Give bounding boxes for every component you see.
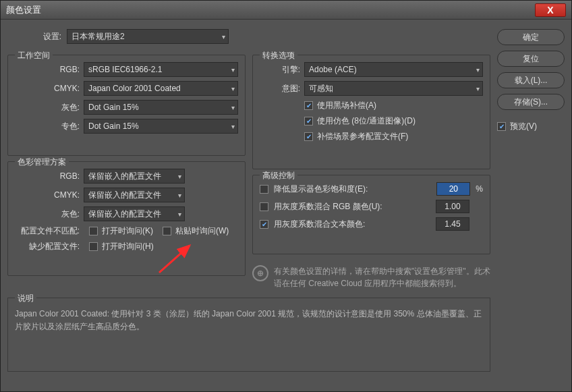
close-button[interactable]: X (535, 3, 566, 17)
workspace-rgb-select[interactable]: sRGB IEC61966-2.1▾ (84, 62, 238, 77)
desat-input[interactable]: 20 (436, 182, 470, 196)
chevron-down-icon: ▾ (178, 211, 181, 218)
reset-button[interactable]: 复位 (497, 51, 565, 67)
intent-select[interactable]: 可感知▾ (304, 81, 483, 96)
mismatch-label: 配置文件不匹配: (15, 225, 80, 237)
ask-open2-checkbox[interactable]: 打开时询问(H) (89, 241, 154, 252)
blend-text-checkbox[interactable] (260, 220, 268, 229)
preview-checkbox[interactable] (497, 122, 506, 131)
engine-select[interactable]: Adobe (ACE)▾ (304, 62, 483, 77)
chevron-down-icon: ▾ (476, 66, 480, 74)
workspace-cmyk-value: Japan Color 2001 Coated (88, 84, 181, 93)
settings-select[interactable]: 日本常规用途2 ▾ (67, 29, 229, 44)
conversion-legend: 转换选项 (260, 50, 297, 61)
dither-checkbox[interactable]: 使用仿色 (8位/通道图像)(D) (304, 115, 416, 127)
settings-value: 日本常规用途2 (72, 31, 125, 43)
workspace-gray-select[interactable]: Dot Gain 15%▾ (84, 100, 238, 115)
desat-label: 降低显示器色彩饱和度(E): (274, 184, 431, 195)
chevron-down-icon: ▾ (231, 66, 235, 74)
save-button[interactable]: 存储(S)... (497, 94, 565, 110)
spot-label: 专色: (15, 121, 80, 132)
policies-gray-value: 保留嵌入的配置文件 (88, 208, 161, 220)
pol-cmyk-label: CMYK: (15, 190, 80, 200)
workspace-cmyk-select[interactable]: Japan Color 2001 Coated▾ (84, 81, 238, 96)
blend-rgb-checkbox[interactable] (260, 202, 268, 211)
blend-rgb-label: 用灰度系数混合 RGB 颜色(U): (274, 201, 430, 213)
workspace-spot-select[interactable]: Dot Gain 15%▾ (84, 119, 238, 134)
missing-label: 缺少配置文件: (15, 241, 80, 252)
chevron-down-icon: ▾ (231, 123, 235, 130)
policies-legend: 色彩管理方案 (15, 157, 69, 168)
workspace-gray-value: Dot Gain 15% (88, 103, 139, 112)
settings-label: 设置: (7, 31, 61, 43)
chevron-down-icon: ▾ (231, 85, 235, 92)
ask-paste-checkbox[interactable]: 粘贴时询问(W) (163, 225, 229, 237)
intent-value: 可感知 (309, 83, 333, 94)
window-title: 颜色设置 (6, 4, 535, 16)
load-button[interactable]: 载入(L)... (497, 72, 565, 88)
workspace-legend: 工作空间 (15, 50, 53, 61)
scene-text: 补偿场景参考配置文件(F) (317, 131, 408, 142)
ask-open-text: 打开时询问(K) (102, 225, 153, 237)
policies-gray-select[interactable]: 保留嵌入的配置文件▾ (84, 206, 185, 221)
ok-button[interactable]: 确定 (497, 29, 565, 45)
workspace-rgb-value: sRGB IEC61966-2.1 (88, 65, 162, 74)
preview-label: 预览(V) (510, 121, 537, 132)
ask-paste-text: 粘贴时询问(W) (175, 225, 229, 237)
cmyk-label: CMYK: (15, 84, 80, 93)
engine-label: 引擎: (260, 64, 300, 76)
gray-label: 灰色: (15, 102, 80, 113)
workspace-spot-value: Dot Gain 15% (88, 121, 139, 131)
chevron-down-icon: ▾ (178, 192, 181, 199)
policies-cmyk-value: 保留嵌入的配置文件 (88, 190, 161, 201)
help-icon: ⊕ (252, 265, 268, 281)
bpc-checkbox[interactable]: 使用黑场补偿(A) (304, 100, 376, 111)
scene-checkbox[interactable]: 补偿场景参考配置文件(F) (304, 131, 408, 142)
blend-rgb-input[interactable]: 1.00 (436, 200, 469, 213)
blend-text-input[interactable]: 1.45 (436, 217, 469, 231)
engine-value: Adobe (ACE) (309, 65, 357, 74)
desc-body: Japan Color 2001 Coated: 使用针对 3 类（涂层）纸的 … (15, 308, 483, 333)
policies-rgb-select[interactable]: 保留嵌入的配置文件▾ (84, 169, 185, 184)
policies-cmyk-select[interactable]: 保留嵌入的配置文件▾ (84, 188, 185, 202)
blend-text-label: 用灰度系数混合文本颜色: (274, 219, 430, 230)
chevron-down-icon: ▾ (222, 33, 225, 40)
intent-label: 意图: (260, 83, 300, 94)
desat-unit: % (476, 184, 483, 194)
ask-open2-text: 打开时询问(H) (102, 241, 154, 252)
ask-open-checkbox[interactable]: 打开时询问(K) (89, 225, 153, 237)
pol-rgb-label: RGB: (15, 171, 80, 181)
bpc-text: 使用黑场补偿(A) (317, 100, 376, 111)
advanced-legend: 高级控制 (260, 170, 297, 181)
rgb-label: RGB: (15, 65, 80, 74)
chevron-down-icon: ▾ (476, 85, 480, 92)
pol-gray-label: 灰色: (15, 208, 80, 220)
chevron-down-icon: ▾ (231, 104, 235, 111)
chevron-down-icon: ▾ (178, 173, 181, 180)
policies-rgb-value: 保留嵌入的配置文件 (88, 171, 161, 182)
help-text: 有关颜色设置的详情，请在帮助中搜索"设置色彩管理"。此术语在任何 Creativ… (274, 265, 490, 289)
desc-legend: 说明 (15, 293, 36, 304)
dither-text: 使用仿色 (8位/通道图像)(D) (317, 115, 416, 127)
desat-checkbox[interactable] (260, 185, 268, 194)
